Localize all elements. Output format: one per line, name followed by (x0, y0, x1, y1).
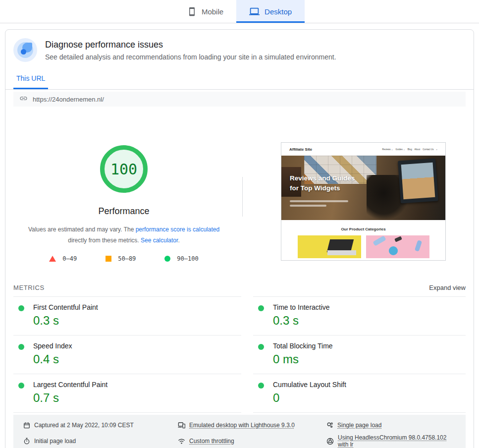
desktop-laptop-icon (249, 6, 260, 17)
legend-average: 50–89 (106, 255, 136, 262)
metrics-heading: METRICS (13, 284, 45, 291)
see-calculator-link[interactable]: See calculator (141, 237, 178, 244)
metric-pass-icon (18, 383, 24, 389)
pass-circle-icon (164, 256, 170, 262)
metric-pass-icon (18, 344, 24, 350)
calendar-icon (23, 422, 30, 429)
diagnose-card: Diagnose performance issues See detailed… (5, 29, 474, 448)
capture-environment-footer: Captured at 2 May 2022, 10:09 CEST Emula… (13, 415, 466, 448)
score-legend: 0–49 50–89 90–100 (49, 255, 198, 262)
captured-at: Captured at 2 May 2022, 10:09 CEST (23, 421, 178, 429)
average-square-icon (106, 256, 111, 262)
vertical-divider (242, 177, 243, 217)
fail-triangle-icon (49, 256, 56, 262)
legend-average-range: 50–89 (118, 255, 136, 262)
metric-row-speed-index: Speed Index 0.4 s (13, 336, 241, 374)
legend-pass: 90–100 (164, 255, 198, 262)
emulated-device: Emulated desktop with Lighthouse 9.3.0 (178, 421, 326, 429)
performance-gauge: 100 (100, 145, 148, 193)
link-icon (19, 94, 28, 105)
thumb-hero-title: Reviews and Guides for Top Widgets (290, 173, 355, 194)
metric-row-fcp: First Contentful Paint 0.3 s (13, 297, 241, 336)
tab-desktop[interactable]: Desktop (236, 0, 305, 23)
metrics-header: METRICS Expand view (13, 284, 466, 291)
metric-row-tti: Time to Interactive 0.3 s (253, 297, 466, 336)
custom-throttling: Custom throttling (178, 434, 326, 448)
performance-label: Performance (98, 206, 149, 217)
thumb-category-card-laptops (298, 235, 361, 258)
legend-pass-range: 90–100 (177, 255, 198, 262)
tab-mobile[interactable]: Mobile (174, 0, 236, 23)
thumb-category-card-gadgets (366, 235, 429, 258)
page-title: Diagnose performance issues (45, 38, 336, 50)
thumb-site-title: Affiliate Site (289, 147, 312, 152)
chromium-icon (326, 438, 334, 445)
site-screenshot-thumbnail: Affiliate Site Reviews ⌄ Guides ⌄ Blog A… (281, 142, 446, 261)
metric-pass-icon (258, 383, 264, 389)
url-bar: https://24ondernemen.nl/ (13, 92, 466, 107)
metric-pass-icon (258, 305, 264, 311)
page-subtitle: See detailed analysis and recommendation… (45, 53, 336, 61)
lighthouse-compass-icon (13, 38, 37, 62)
metric-row-tbt: Total Blocking Time 0 ms (253, 336, 466, 374)
metric-pass-icon (18, 305, 24, 311)
legend-fail: 0–49 (49, 255, 77, 262)
thumb-section-title: Our Product Categories (281, 220, 445, 231)
initial-page-load: Initial page load (23, 434, 178, 448)
metrics-grid: First Contentful Paint 0.3 s Speed Index… (13, 296, 466, 413)
performance-section: 100 Performance Values are estimated and… (5, 142, 474, 262)
expand-view-button[interactable]: Expand view (429, 284, 466, 291)
legend-fail-range: 0–49 (62, 255, 77, 262)
device-tabbar: Mobile Desktop (0, 0, 479, 23)
thumb-site-nav: Reviews ⌄ Guides ⌄ Blog About Contact Us… (382, 148, 437, 151)
chromium-version: Using HeadlessChromium 98.0.4758.102 wit… (326, 434, 456, 448)
score-disclaimer: Values are estimated and may vary. The p… (19, 224, 229, 246)
analyzed-url: https://24ondernemen.nl/ (33, 96, 104, 103)
metric-row-lcp: Largest Contentful Paint 0.7 s (13, 374, 241, 413)
tab-desktop-label: Desktop (265, 7, 292, 16)
card-header: Diagnose performance issues See detailed… (5, 30, 474, 62)
page-load-molecule-icon (326, 422, 333, 429)
score-calc-link[interactable]: performance score is calculated (136, 226, 219, 233)
tab-this-url[interactable]: This URL (13, 74, 48, 89)
metric-pass-icon (258, 344, 264, 350)
tab-mobile-label: Mobile (202, 7, 223, 16)
single-page-load: Single page load (326, 421, 456, 429)
stopwatch-icon (23, 438, 30, 445)
url-tab-row: This URL (5, 62, 474, 90)
mobile-phone-icon (187, 7, 197, 16)
thumb-hero-image: Reviews and Guides for Top Widgets (281, 156, 445, 220)
network-throttling-icon (178, 438, 185, 445)
metric-row-cls: Cumulative Layout Shift 0 (253, 374, 466, 413)
performance-score: 100 (110, 161, 137, 178)
devices-icon (178, 421, 185, 429)
